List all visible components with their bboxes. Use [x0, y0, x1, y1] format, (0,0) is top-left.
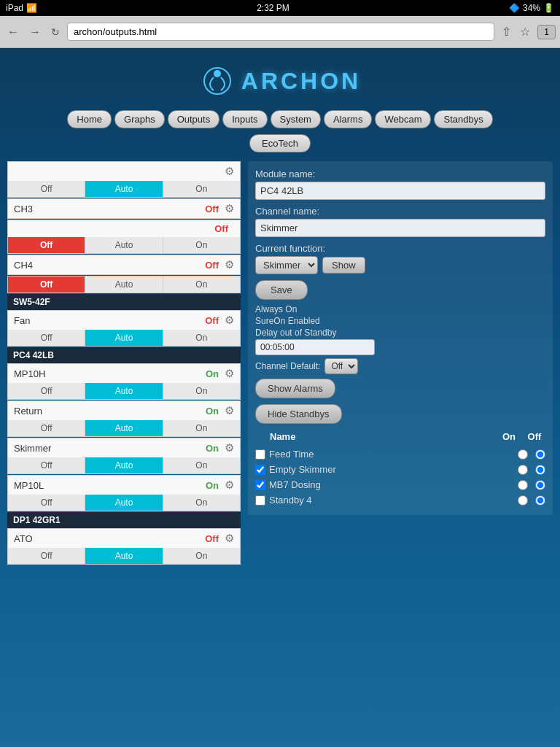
ch-toggle-auto-ato[interactable]: Auto	[85, 548, 163, 564]
status-left: iPad 📶	[6, 3, 37, 13]
section-dp1: DP1 42GR1	[7, 512, 241, 528]
ch-info-ato: ATO Off ⚙	[8, 529, 240, 548]
channel-name-label: Channel name:	[255, 206, 545, 217]
ch-info-fan: Fan Off ⚙	[8, 311, 240, 330]
radio-on-feedtime[interactable]	[518, 449, 528, 460]
radio-group-feedtime	[518, 449, 545, 460]
ch-toggle-auto-ch4b[interactable]: Auto	[85, 276, 163, 293]
ch-val-ato: Off	[205, 533, 219, 544]
radio-group-emptyskimmer	[518, 465, 545, 475]
nav-inputs[interactable]: Inputs	[222, 110, 267, 128]
nav-system[interactable]: System	[271, 110, 321, 128]
channel-block-mp10h: MP10H On ⚙ Off Auto On	[7, 363, 241, 400]
ch-gear-top[interactable]: ⚙	[225, 165, 234, 178]
ch-toggle-on-top[interactable]: On	[163, 181, 240, 197]
tab-count[interactable]: 1	[537, 25, 556, 39]
radio-off-standby4[interactable]	[535, 495, 545, 506]
radio-on-standby4[interactable]	[518, 495, 528, 506]
show-alarms-button[interactable]: Show Alarms	[255, 379, 335, 398]
ch-toggle-auto-fan[interactable]: Auto	[85, 330, 163, 346]
ch-gear-ch3[interactable]: ⚙	[225, 202, 234, 215]
carrier-label: iPad	[6, 3, 23, 13]
col-off-header: Off	[524, 431, 545, 442]
nav-outputs[interactable]: Outputs	[168, 110, 220, 128]
radio-on-emptyskimmer[interactable]	[518, 465, 528, 475]
standby-checkbox-standby4[interactable]	[255, 495, 265, 506]
ch-toggle-off-skimmer[interactable]: Off	[8, 457, 85, 473]
nav-standbys[interactable]: Standbys	[434, 110, 492, 128]
ch-gear-ato[interactable]: ⚙	[225, 532, 234, 545]
standby-row-mb7dosing: MB7 Dosing	[255, 477, 545, 492]
back-button[interactable]: ←	[4, 23, 22, 42]
ch-toggle-auto-mp10l[interactable]: Auto	[85, 495, 163, 511]
save-button[interactable]: Save	[255, 280, 308, 300]
ch-toggle-row-top: Off Auto On	[8, 181, 240, 197]
ch-toggle-on-fan[interactable]: On	[163, 330, 240, 346]
ch-toggle-auto-return[interactable]: Auto	[85, 420, 163, 436]
show-function-button[interactable]: Show	[322, 257, 365, 274]
ch-toggle-on-ato[interactable]: On	[163, 548, 240, 564]
nav-home[interactable]: Home	[67, 110, 112, 128]
url-input[interactable]	[67, 23, 494, 41]
channel-default-select[interactable]: Off	[324, 358, 358, 374]
ch-gear-return[interactable]: ⚙	[225, 404, 234, 417]
ch-toggle-off-mp10h[interactable]: Off	[8, 383, 85, 399]
nav-webcam[interactable]: Webcam	[375, 110, 431, 128]
standby-checkbox-feedtime[interactable]	[255, 449, 265, 460]
ch-toggle-on-mp10h[interactable]: On	[163, 383, 240, 399]
ch-toggle-off-return[interactable]: Off	[8, 420, 85, 436]
forward-button[interactable]: →	[26, 23, 44, 42]
standby-checkbox-emptyskimmer[interactable]	[255, 465, 265, 475]
status-right: 🔷 34% 🔋	[509, 3, 554, 13]
ecotech-button[interactable]: EcoTech	[249, 134, 311, 152]
radio-off-emptyskimmer[interactable]	[535, 465, 545, 475]
ch-gear-mp10h[interactable]: ⚙	[225, 367, 234, 380]
ch-toggle-off-ato[interactable]: Off	[8, 548, 85, 564]
standby-checkbox-mb7dosing[interactable]	[255, 480, 265, 490]
ch-toggle-off-mp10l[interactable]: Off	[8, 495, 85, 511]
ch-gear-mp10l[interactable]: ⚙	[225, 479, 234, 492]
ch-info-mp10l: MP10L On ⚙	[8, 476, 240, 495]
radio-group-standby4	[518, 495, 545, 506]
ch-label-mp10h: MP10H	[14, 368, 206, 379]
standbys-table: Name On Off Feed Time	[255, 430, 545, 508]
nav-alarms[interactable]: Alarms	[324, 110, 372, 128]
svg-point-1	[214, 70, 221, 77]
channel-block-return: Return On ⚙ Off Auto On	[7, 400, 241, 437]
function-select[interactable]: Skimmer	[255, 256, 318, 274]
ch-toggle-auto-mp10h[interactable]: Auto	[85, 383, 163, 399]
ch-toggle-on-return[interactable]: On	[163, 420, 240, 436]
share-button[interactable]: ⇧	[499, 22, 514, 42]
channel-name-input[interactable]	[255, 219, 545, 237]
radio-off-mb7dosing[interactable]	[535, 480, 545, 490]
reload-button[interactable]: ↻	[48, 23, 63, 41]
ch-toggle-off-ch4[interactable]: Off	[8, 237, 85, 253]
ch-toggle-on-mp10l[interactable]: On	[163, 495, 240, 511]
nav-graphs[interactable]: Graphs	[114, 110, 165, 128]
radio-off-feedtime[interactable]	[535, 449, 545, 460]
channel-block-mp10l: MP10L On ⚙ Off Auto On	[7, 475, 241, 511]
ch-toggle-auto-skimmer[interactable]: Auto	[85, 457, 163, 473]
ch-info-ch4: Off	[8, 220, 240, 237]
ch-toggle-row-mp10h: Off Auto On	[8, 383, 240, 399]
ch-toggle-off-ch4b[interactable]: Off	[8, 276, 85, 293]
module-name-label: Module name:	[255, 169, 545, 179]
hide-standbys-button[interactable]: Hide Standbys	[255, 404, 342, 424]
ch-gear-skimmer[interactable]: ⚙	[225, 441, 234, 454]
ch-toggle-off-fan[interactable]: Off	[8, 330, 85, 346]
ch-toggle-off-top[interactable]: Off	[8, 181, 85, 197]
ch-toggle-auto-ch4[interactable]: Auto	[85, 237, 163, 253]
radio-on-mb7dosing[interactable]	[518, 480, 528, 490]
module-name-input[interactable]	[255, 182, 545, 200]
channel-block-ch4: Off Off Auto On	[7, 220, 241, 254]
ch-toggle-on-skimmer[interactable]: On	[163, 457, 240, 473]
ch-info-return: Return On ⚙	[8, 401, 240, 420]
ch-toggle-on-ch4b[interactable]: On	[163, 276, 240, 293]
battery-label: 34%	[523, 3, 540, 13]
ch-toggle-auto-top[interactable]: Auto	[85, 181, 163, 197]
ch-gear-fan[interactable]: ⚙	[225, 314, 234, 327]
ch-toggle-on-ch4[interactable]: On	[163, 237, 240, 253]
delay-time-input[interactable]	[255, 339, 375, 355]
ch-gear-ch4b[interactable]: ⚙	[225, 258, 234, 271]
bookmark-button[interactable]: ☆	[517, 22, 533, 42]
